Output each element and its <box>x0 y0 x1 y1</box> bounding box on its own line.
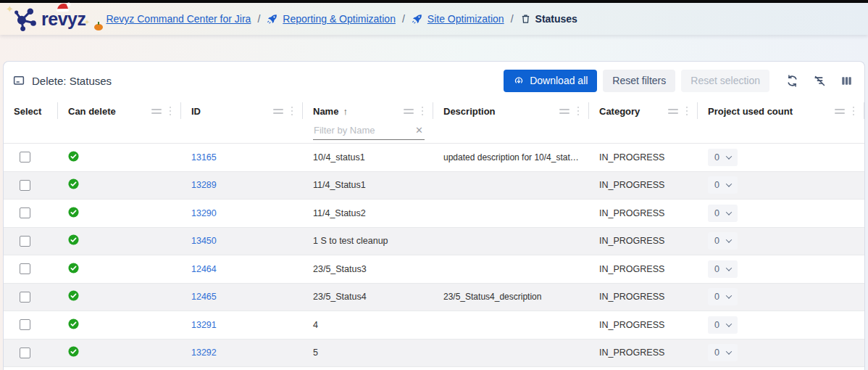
row-select-checkbox[interactable] <box>20 292 30 303</box>
row-id-link[interactable]: 13290 <box>191 208 217 218</box>
row-category: IN_PROGRESS <box>589 236 698 246</box>
statuses-card: Delete: Statuses Download all Reset filt… <box>3 61 865 370</box>
molecule-logo-icon <box>13 7 38 31</box>
can-delete-check-icon <box>68 346 79 357</box>
row-name: 1 S to test cleanup <box>303 236 433 246</box>
table-row: 13450 1 S to test cleanup IN_PROGRESS 0 <box>4 228 864 256</box>
project-used-count-dropdown[interactable]: 0 <box>708 176 738 194</box>
column-menu-icon[interactable] <box>170 107 172 116</box>
toolbar-actions: Download all Reset filters Reset selecti… <box>504 70 854 92</box>
row-description: updated description for 10/4_status1 <box>433 152 589 163</box>
breadcrumb-separator: / <box>257 13 260 25</box>
window-icon <box>12 74 25 87</box>
row-id-link[interactable]: 13291 <box>191 320 217 330</box>
name-filter-input[interactable] <box>314 125 404 136</box>
table-filter-row: ✕ <box>4 121 864 143</box>
breadcrumb-link-command-center[interactable]: Revyz Command Center for Jira <box>106 13 251 25</box>
toolbar-icon-group <box>784 73 854 89</box>
table-row: 12464 23/5_Status3 IN_PROGRESS 0 <box>4 255 864 284</box>
project-used-count-dropdown[interactable]: 0 <box>708 316 738 334</box>
columns-icon[interactable] <box>839 73 854 89</box>
row-select-checkbox[interactable] <box>20 207 30 218</box>
reset-filters-button[interactable]: Reset filters <box>603 70 675 92</box>
chevron-down-icon <box>726 153 732 159</box>
column-header-can-delete[interactable]: Can delete <box>58 101 181 121</box>
filter-menu-icon[interactable] <box>151 109 162 114</box>
project-used-count-dropdown[interactable]: 0 <box>708 344 738 361</box>
row-category: IN_PROGRESS <box>589 320 698 330</box>
project-used-count-dropdown[interactable]: 0 <box>708 260 738 278</box>
row-id-link[interactable]: 13450 <box>191 236 217 246</box>
refresh-icon[interactable] <box>784 73 801 89</box>
column-menu-icon[interactable] <box>853 107 855 116</box>
row-id-link[interactable]: 13165 <box>191 152 217 163</box>
column-header-category[interactable]: Category <box>589 101 698 121</box>
table-header-row: Select Can delete ID Name ↑ <box>4 101 864 121</box>
column-header-id[interactable]: ID <box>181 101 303 121</box>
filter-menu-icon[interactable] <box>668 109 678 114</box>
row-name: 11/4_Status2 <box>303 208 433 218</box>
column-header-select: Select <box>4 101 58 121</box>
row-category: IN_PROGRESS <box>589 264 698 274</box>
revyz-logo[interactable]: ✦ ✦ revyz <box>13 7 85 31</box>
table-body: 13165 10/4_status1 updated description f… <box>4 143 864 367</box>
row-select-checkbox[interactable] <box>20 152 30 163</box>
filter-off-icon[interactable] <box>811 73 828 89</box>
chevron-down-icon <box>726 321 732 326</box>
row-name: 10/4_status1 <box>303 152 433 163</box>
column-header-name[interactable]: Name ↑ <box>303 101 433 121</box>
row-category: IN_PROGRESS <box>589 292 698 302</box>
table-row: 13292 5 IN_PROGRESS 0 <box>4 340 864 368</box>
row-select-checkbox[interactable] <box>20 263 30 274</box>
rocket-icon <box>412 13 423 25</box>
column-menu-icon[interactable] <box>577 107 580 116</box>
project-used-count-dropdown[interactable]: 0 <box>708 149 738 166</box>
row-name: 5 <box>303 348 433 358</box>
column-menu-icon[interactable] <box>291 107 293 116</box>
row-id-link[interactable]: 13289 <box>191 180 217 190</box>
column-header-description[interactable]: Description <box>433 101 589 121</box>
chevron-down-icon <box>726 237 732 243</box>
filter-menu-icon[interactable] <box>559 109 569 114</box>
table-row: 13290 11/4_Status2 IN_PROGRESS 0 <box>4 200 864 228</box>
can-delete-check-icon <box>68 178 79 189</box>
row-select-checkbox[interactable] <box>20 236 30 247</box>
breadcrumb: Revyz Command Center for Jira / Reportin… <box>106 13 577 25</box>
chevron-down-icon <box>726 293 732 299</box>
row-id-link[interactable]: 13292 <box>191 348 217 358</box>
chevron-down-icon <box>726 265 732 271</box>
row-select-checkbox[interactable] <box>20 180 30 191</box>
download-all-button[interactable]: Download all <box>504 70 597 92</box>
project-used-count-dropdown[interactable]: 0 <box>708 232 738 250</box>
can-delete-check-icon <box>68 263 79 274</box>
project-used-count-dropdown[interactable]: 0 <box>708 288 738 305</box>
santa-hat-icon <box>55 1 72 13</box>
column-menu-icon[interactable] <box>686 107 688 116</box>
breadcrumb-link-site-optimization[interactable]: Site Optimization <box>427 13 504 25</box>
trash-icon <box>520 13 531 25</box>
row-id-link[interactable]: 12464 <box>191 264 217 274</box>
can-delete-check-icon <box>68 151 79 162</box>
clear-filter-icon[interactable]: ✕ <box>415 126 423 135</box>
column-header-project-used-count[interactable]: Project used count <box>698 101 864 121</box>
project-used-count-dropdown[interactable]: 0 <box>708 205 738 222</box>
filter-menu-icon[interactable] <box>835 109 845 114</box>
page-body: Delete: Statuses Download all Reset filt… <box>0 35 868 370</box>
rocket-icon <box>267 13 278 25</box>
row-description: 23/5_Status4_description <box>433 292 589 302</box>
column-menu-icon[interactable] <box>422 107 424 116</box>
table-row: 13165 10/4_status1 updated description f… <box>4 144 864 172</box>
row-category: IN_PROGRESS <box>589 348 698 358</box>
row-select-checkbox[interactable] <box>20 319 30 330</box>
filter-menu-icon[interactable] <box>404 109 414 114</box>
breadcrumb-link-reporting-optimization[interactable]: Reporting & Optimization <box>283 13 396 25</box>
chevron-down-icon <box>726 209 732 215</box>
row-category: IN_PROGRESS <box>589 152 698 163</box>
row-name: 4 <box>303 320 433 330</box>
row-id-link[interactable]: 12465 <box>191 292 217 302</box>
row-category: IN_PROGRESS <box>589 208 698 218</box>
chevron-down-icon <box>726 181 732 187</box>
filter-menu-icon[interactable] <box>273 109 283 114</box>
download-icon <box>513 75 525 86</box>
row-select-checkbox[interactable] <box>20 348 30 358</box>
